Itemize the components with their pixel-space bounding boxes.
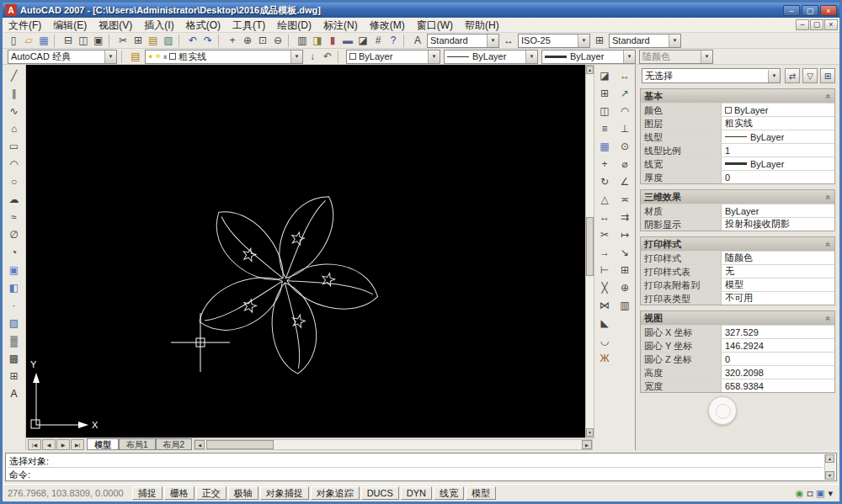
tab-model[interactable]: 模型 [87,438,119,450]
arc-icon[interactable]: ◠ [5,155,24,172]
new-icon[interactable]: ▯ [6,34,21,48]
tab-scroll-prev-button[interactable]: ◀ [42,439,56,450]
make-object-layer-current-icon[interactable]: ↓ [305,50,320,64]
menu-view[interactable]: 视图(V) [93,19,138,31]
hatch-icon[interactable]: ▨ [5,314,24,332]
linetype-dropdown[interactable]: ByLayer [444,50,538,64]
publish-icon[interactable]: ▣ [91,34,106,48]
plot-icon[interactable]: ⊟ [61,34,76,48]
toggle-pickadd-button[interactable]: ⇄ [785,68,800,83]
property-value[interactable]: 658.9384 [722,379,834,392]
scroll-down-button[interactable]: ▼ [586,428,594,437]
osnap-button[interactable]: 对象捕捉 [260,486,309,500]
property-value[interactable]: 粗实线 [722,117,834,130]
extend-icon[interactable]: → [595,243,614,261]
dim-ordinate-icon[interactable]: ⊥ [616,119,634,137]
trim-icon[interactable]: ✂ [595,225,614,243]
grid-button[interactable]: 栅格 [164,486,195,500]
quick-select-button[interactable]: ▽ [802,68,818,83]
dyn-button[interactable]: DYN [401,486,432,500]
zoom-window-icon[interactable]: ⊡ [255,34,270,48]
dim-radius-icon[interactable]: ⊙ [616,137,634,155]
stretch-icon[interactable]: ↔ [595,208,614,225]
property-value[interactable]: 模型 [722,279,834,291]
menu-modify[interactable]: 修改(M) [364,19,411,31]
tab-scroll-next-button[interactable]: ▶ [56,439,70,450]
designcenter-icon[interactable]: ◨ [310,34,325,48]
dim-leader-icon[interactable]: ↘ [616,243,634,261]
dropdown-arrow-icon[interactable] [623,50,635,63]
layer-previous-icon[interactable]: ↶ [320,50,335,64]
rotate-icon[interactable]: ↻ [595,172,614,190]
ellipse-arc-icon[interactable]: ◔ [5,243,24,261]
property-value[interactable]: ByLayer [722,157,834,170]
fillet-icon[interactable]: ◡ [595,332,614,349]
lineweight-dropdown[interactable]: ByLayer [541,50,636,64]
undo-icon[interactable]: ↶ [185,34,200,48]
section-header[interactable]: 基本« [641,89,834,103]
vertical-scroll-thumb[interactable] [586,217,594,276]
polyline-icon[interactable]: ∿ [5,102,24,119]
construction-line-icon[interactable]: ∥ [5,84,24,102]
chamfer-icon[interactable]: ◣ [595,314,614,332]
dropdown-arrow-icon[interactable] [428,50,440,63]
menu-dimension[interactable]: 标注(N) [317,19,364,31]
explode-icon[interactable]: Ж [595,349,614,367]
dim-baseline-icon[interactable]: ⇉ [616,208,634,225]
drawing-canvas[interactable]: X Y [26,65,585,438]
property-value[interactable]: ByLayer [722,204,834,217]
color-dropdown[interactable]: ByLayer [346,50,440,64]
section-header[interactable]: 视图« [641,311,834,325]
otrack-button[interactable]: 对象追踪 [311,486,360,500]
property-value[interactable]: 320.2098 [722,366,834,379]
menu-tools[interactable]: 工具(T) [226,19,271,31]
section-header[interactable]: 三维效果« [641,190,834,204]
dim-quick-icon[interactable]: ≍ [616,190,634,208]
cut-icon[interactable]: ✂ [115,34,131,48]
doc-minimize-button[interactable]: – [796,19,809,30]
dropdown-arrow-icon[interactable] [768,70,780,82]
doc-close-button[interactable]: × [824,19,838,30]
section-header[interactable]: 打印样式« [641,237,834,251]
property-value[interactable]: 投射和接收阴影 [722,218,834,231]
dim-style-icon[interactable]: ↔ [501,34,516,48]
dim-continue-icon[interactable]: ↦ [616,225,634,243]
property-value[interactable]: ByLayer [722,130,834,143]
break-at-point-icon[interactable]: ⊢ [595,261,614,279]
menu-draw[interactable]: 绘图(D) [271,19,317,31]
status-tray-arrow-icon[interactable]: ▾ [828,488,833,499]
snap-button[interactable]: 捕捉 [132,486,163,500]
text-style-icon[interactable]: A [410,34,425,48]
table-style-dropdown[interactable]: Standard [609,34,681,48]
dim-diameter-icon[interactable]: ⌀ [616,155,634,172]
markup-icon[interactable]: ◪ [355,34,370,48]
copy-clip-icon[interactable]: ⊞ [131,34,146,48]
collapse-chevron-icon[interactable]: « [824,93,834,98]
table-icon[interactable]: ⊞ [5,367,24,385]
layer-properties-manager-icon[interactable]: ▤ [128,50,143,64]
properties-icon[interactable]: ▥ [295,34,310,48]
insert-block-icon[interactable]: ▣ [5,261,24,279]
dropdown-arrow-icon[interactable] [525,50,537,63]
dropdown-arrow-icon[interactable] [104,50,116,63]
dropdown-arrow-icon[interactable] [578,34,589,47]
layer-on-bulb-icon[interactable]: ● [148,52,152,61]
zoom-previous-icon[interactable]: ⊖ [270,34,285,48]
collapse-chevron-icon[interactable]: « [824,316,834,321]
ducs-button[interactable]: DUCS [361,486,399,500]
ellipse-icon[interactable]: ∅ [5,225,24,243]
redo-icon[interactable]: ↷ [200,34,216,48]
tool-palettes-icon[interactable]: ▮ [325,34,340,48]
horizontal-scroll-thumb[interactable] [206,440,274,449]
dim-center-mark-icon[interactable]: ⊕ [616,279,634,296]
layer-dropdown[interactable]: ● ☀ ∎ 粗实线 [145,50,303,64]
collapse-chevron-icon[interactable]: « [824,241,834,247]
command-scroll-down-button[interactable]: ▼ [825,471,834,480]
save-icon[interactable]: ▦ [36,34,51,48]
pan-icon[interactable]: + [225,34,240,48]
property-value[interactable]: 1 [722,144,834,157]
dim-linear-icon[interactable]: ↔ [616,66,634,84]
clean-screen-icon[interactable]: ▣ [816,488,824,499]
plot-preview-icon[interactable]: ◫ [76,34,91,48]
menu-help[interactable]: 帮助(H) [459,19,505,31]
